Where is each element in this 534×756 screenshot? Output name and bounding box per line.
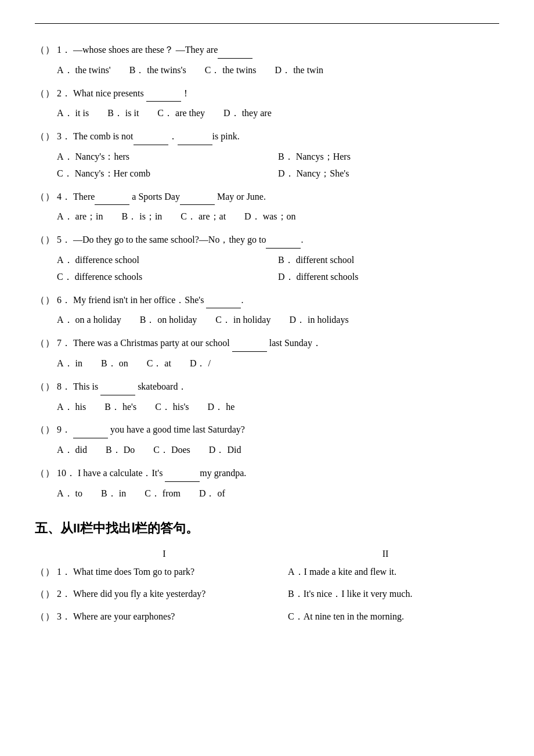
q-text-9: you have a good time last Saturday?	[73, 421, 499, 438]
section-5-title: 五、从II栏中找出Ⅰ栏的答句。	[35, 520, 499, 537]
option-9d: D．Did	[209, 442, 241, 459]
option-7d: D．/	[190, 355, 211, 372]
option-6b: B．on holiday	[140, 312, 197, 329]
q-num-2: 2．	[57, 85, 71, 102]
blank-8	[100, 378, 135, 395]
match-paren-open-1: （	[35, 564, 45, 581]
blank-10	[165, 465, 200, 482]
paren-open-4: （	[35, 189, 45, 206]
options-2: A．it is B．is it C．are they D．they are	[35, 105, 499, 122]
question-1: （ ） 1． —whose shoes are these？ —They are…	[35, 41, 499, 79]
paren-close-2: ）	[45, 85, 55, 102]
option-3a: A．Nancy's：hers	[57, 149, 259, 165]
option-7a: A．in	[57, 355, 82, 372]
option-10a: A．to	[57, 485, 82, 502]
option-8c: C．his's	[155, 399, 189, 416]
option-5b: B．different school	[278, 252, 481, 269]
match-paren-open-2: （	[35, 586, 45, 603]
match-paren-close-2: ）	[45, 586, 55, 603]
paren-close-10: ）	[45, 465, 55, 482]
blank-5	[266, 231, 301, 249]
paren-close-3: ）	[45, 128, 55, 145]
match-paren-open-3: （	[35, 609, 45, 625]
paren-open-7: （	[35, 335, 45, 352]
options-8: A．his B．he's C．his's D．he	[35, 399, 499, 416]
paren-open-10: （	[35, 465, 45, 482]
q-text-8: This is skateboard．	[73, 378, 499, 395]
question-8: （ ） 8． This is skateboard． A．his B．he's …	[35, 378, 499, 416]
q-num-5: 5．	[57, 232, 71, 249]
matching-1: （ ） 1． What time does Tom go to park? A．…	[35, 564, 499, 581]
option-3c: C．Nancy's：Her comb	[57, 165, 259, 182]
options-5: A．difference school B．different school C…	[35, 252, 499, 286]
option-1d: D．the twin	[275, 62, 324, 79]
paren-open-6: （	[35, 292, 45, 309]
option-8a: A．his	[57, 399, 86, 416]
option-7b: B．on	[101, 355, 128, 372]
option-6d: D．in holidays	[289, 312, 348, 329]
matching-header: I II	[35, 549, 499, 559]
q-text-4: There a Sports Day May or June.	[73, 188, 499, 206]
question-3: （ ） 3． The comb is not ． is pink. A．Nanc…	[35, 128, 499, 182]
options-10: A．to B．in C．from D．of	[35, 485, 499, 502]
option-9b: B．Do	[106, 442, 135, 459]
option-2a: A．it is	[57, 105, 89, 122]
match-num-1: 1．	[57, 564, 71, 581]
options-4: A．are；in B．is；in C．are；at D．was；on	[35, 208, 499, 225]
blank-4a	[95, 188, 129, 206]
option-7c: C．at	[147, 355, 171, 372]
paren-open-2: （	[35, 85, 45, 102]
matching-2: （ ） 2． Where did you fly a kite yesterda…	[35, 586, 499, 603]
paren-close-7: ）	[45, 335, 55, 352]
col-I-label: I	[57, 549, 272, 559]
match-q-3: Where are your earphones?	[73, 609, 288, 625]
question-7: （ ） 7． There was a Christmas party at ou…	[35, 334, 499, 372]
match-a-2: B．It's nice．I like it very much.	[288, 586, 499, 603]
option-1a: A．the twins'	[57, 62, 111, 79]
q-text-1: —whose shoes are these？ —They are	[73, 41, 499, 59]
option-1c: C．the twins	[205, 62, 257, 79]
paren-close-8: ）	[45, 379, 55, 395]
q-text-3: The comb is not ． is pink.	[73, 128, 499, 145]
match-paren-close-1: ）	[45, 564, 55, 581]
options-7: A．in B．on C．at D．/	[35, 355, 499, 372]
q-text-5: —Do they go to the same school?—No，they …	[73, 231, 499, 249]
option-6c: C．in holiday	[215, 312, 270, 329]
paren-close-9: ）	[45, 422, 55, 438]
option-9c: C．Does	[153, 442, 190, 459]
q-num-7: 7．	[57, 335, 71, 352]
option-4c: C．are；at	[181, 208, 226, 225]
option-4a: A．are；in	[57, 208, 103, 225]
option-1b: B．the twins's	[129, 62, 186, 79]
options-3: A．Nancy's：hers B．Nancys；Hers C．Nancy's：H…	[35, 149, 499, 182]
options-1: A．the twins' B．the twins's C．the twins D…	[35, 62, 499, 79]
q-num-1: 1．	[57, 42, 71, 59]
match-num-3: 3．	[57, 609, 71, 625]
paren-close-5: ）	[45, 232, 55, 249]
col-II-label: II	[272, 549, 499, 559]
blank-4b	[180, 188, 215, 206]
q-text-10: I have a calculate．It's my grandpa.	[78, 465, 499, 482]
question-2: （ ） 2． What nice presents ！ A．it is B．is…	[35, 85, 499, 123]
option-9a: A．did	[57, 442, 87, 459]
option-10c: C．from	[145, 485, 181, 502]
paren-open-3: （	[35, 128, 45, 145]
option-5c: C．difference schools	[57, 269, 259, 286]
paren-close-6: ）	[45, 292, 55, 309]
q-num-4: 4．	[57, 189, 71, 206]
options-9: A．did B．Do C．Does D．Did	[35, 442, 499, 459]
options-6: A．on a holiday B．on holiday C．in holiday…	[35, 312, 499, 329]
question-5: （ ） 5． —Do they go to the same school?—N…	[35, 231, 499, 285]
q-text-2: What nice presents ！	[73, 85, 499, 102]
blank-6	[206, 291, 241, 309]
match-paren-close-3: ）	[45, 609, 55, 625]
option-5a: A．difference school	[57, 252, 259, 269]
match-q-2: Where did you fly a kite yesterday?	[73, 586, 288, 603]
blank-1	[218, 41, 252, 59]
question-9: （ ） 9． you have a good time last Saturda…	[35, 421, 499, 459]
option-5d: D．different schools	[278, 269, 481, 286]
blank-2	[146, 85, 181, 102]
option-6a: A．on a holiday	[57, 312, 121, 329]
option-4b: B．is；in	[122, 208, 163, 225]
option-2b: B．is it	[107, 105, 139, 122]
